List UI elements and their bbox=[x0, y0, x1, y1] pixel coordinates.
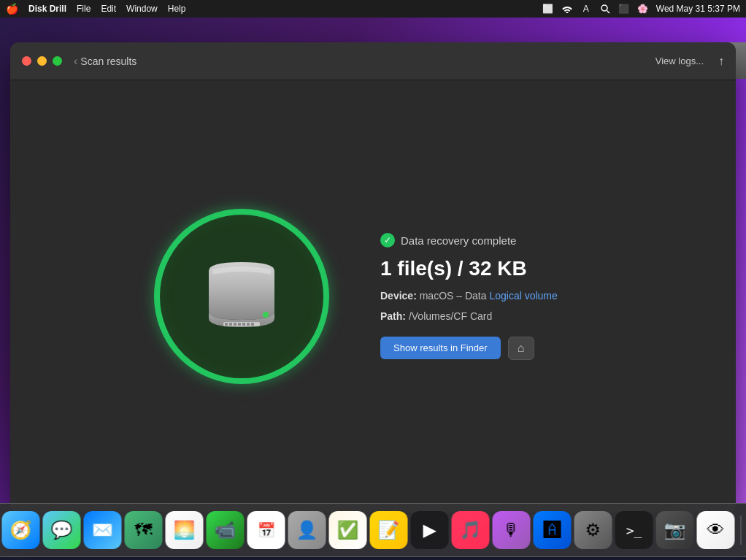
dock-item-podcasts[interactable]: 🎙 bbox=[493, 511, 531, 549]
info-panel: ✓ Data recovery complete 1 file(s) / 32 … bbox=[380, 233, 599, 360]
svg-line-1 bbox=[607, 11, 610, 14]
menubar-rectangle-icon: ⬜ bbox=[542, 3, 554, 15]
dock-item-photos[interactable]: 🌅 bbox=[166, 511, 204, 549]
back-navigation[interactable]: ‹ Scan results bbox=[74, 55, 136, 68]
menu-file[interactable]: File bbox=[77, 4, 91, 14]
svg-rect-2 bbox=[223, 322, 260, 326]
dock-item-appletv[interactable]: ▶ bbox=[411, 511, 449, 549]
notification-icon[interactable]: 🌸 bbox=[637, 3, 649, 15]
wifi-icon[interactable] bbox=[561, 3, 573, 15]
dock-item-appstore[interactable]: 🅰 bbox=[534, 511, 572, 549]
back-nav-label: Scan results bbox=[80, 55, 136, 67]
dock-item-facetime[interactable]: 📹 bbox=[207, 511, 245, 549]
disk-drive-icon bbox=[194, 256, 289, 337]
device-separator: – Data bbox=[456, 290, 486, 302]
traffic-lights bbox=[22, 56, 62, 66]
control-center-icon[interactable]: ⬛ bbox=[618, 3, 630, 15]
home-icon: ⌂ bbox=[518, 342, 525, 355]
dock-item-messages[interactable]: 💬 bbox=[43, 511, 81, 549]
dock-item-maps[interactable]: 🗺 bbox=[125, 511, 163, 549]
app-window: ‹ Scan results View logs... ↑ bbox=[10, 42, 736, 513]
dock-item-contacts[interactable]: 👤 bbox=[288, 511, 326, 549]
chevron-left-icon: ‹ bbox=[74, 55, 77, 68]
svg-rect-7 bbox=[242, 323, 245, 326]
dock-item-terminal[interactable]: >_ bbox=[615, 511, 653, 549]
disk-icon-container bbox=[147, 202, 337, 391]
dock-item-photobooth[interactable]: 📷 bbox=[656, 511, 694, 549]
search-icon[interactable] bbox=[599, 3, 611, 15]
dock: 🔵 🚀 🧭 💬 ✉️ 🗺 🌅 📹 📅 👤 ✅ 📝 ▶ 🎵 🎙 🅰 bbox=[0, 503, 746, 557]
disk-icon-wrapper bbox=[191, 245, 293, 348]
home-button[interactable]: ⌂ bbox=[508, 337, 534, 360]
status-check-icon: ✓ bbox=[380, 233, 395, 248]
dock-divider bbox=[741, 515, 742, 545]
status-row: ✓ Data recovery complete bbox=[380, 233, 599, 248]
svg-rect-9 bbox=[251, 323, 254, 326]
svg-rect-3 bbox=[225, 323, 228, 326]
path-info: Path: /Volumes/CF Card bbox=[380, 310, 599, 322]
menu-window[interactable]: Window bbox=[126, 4, 158, 14]
view-logs-button[interactable]: View logs... bbox=[650, 53, 710, 69]
svg-rect-6 bbox=[238, 323, 241, 326]
svg-rect-5 bbox=[234, 323, 237, 326]
show-results-in-finder-button[interactable]: Show results in Finder bbox=[380, 337, 501, 359]
maximize-button[interactable] bbox=[53, 56, 62, 66]
action-buttons: Show results in Finder ⌂ bbox=[380, 337, 599, 360]
dock-item-reminders[interactable]: ✅ bbox=[329, 511, 367, 549]
device-label: Device: bbox=[380, 290, 417, 302]
main-content: ✓ Data recovery complete 1 file(s) / 32 … bbox=[10, 80, 736, 513]
path-value: /Volumes/CF Card bbox=[409, 310, 492, 322]
svg-rect-8 bbox=[247, 323, 250, 326]
svg-point-10 bbox=[263, 312, 269, 318]
status-text: Data recovery complete bbox=[401, 234, 516, 247]
dock-item-system-preferences[interactable]: ⚙ bbox=[574, 511, 612, 549]
menu-edit[interactable]: Edit bbox=[101, 4, 116, 14]
device-type: Logical volume bbox=[489, 290, 557, 302]
keyboard-icon: A bbox=[580, 3, 592, 15]
dock-item-safari[interactable]: 🧭 bbox=[2, 511, 40, 549]
dock-item-calendar[interactable]: 📅 bbox=[247, 511, 285, 549]
menubar: 🍎 Disk Drill File Edit Window Help ⬜ A ⬛… bbox=[0, 0, 746, 18]
recovery-summary: 1 file(s) / 32 KB bbox=[380, 256, 599, 281]
apple-menu[interactable]: 🍎 bbox=[6, 3, 18, 15]
minimize-button[interactable] bbox=[37, 56, 47, 66]
dock-item-music[interactable]: 🎵 bbox=[452, 511, 490, 549]
svg-point-0 bbox=[601, 5, 607, 11]
device-info: Device: macOS – Data Logical volume bbox=[380, 290, 599, 302]
menu-help[interactable]: Help bbox=[168, 4, 186, 14]
title-bar: ‹ Scan results View logs... ↑ bbox=[10, 42, 736, 80]
device-name: macOS bbox=[420, 290, 454, 302]
dock-item-preview[interactable]: 👁 bbox=[697, 511, 735, 549]
app-name[interactable]: Disk Drill bbox=[28, 4, 66, 14]
dock-item-notes[interactable]: 📝 bbox=[370, 511, 408, 549]
title-bar-actions: View logs... ↑ bbox=[650, 53, 724, 69]
path-label: Path: bbox=[380, 310, 406, 322]
close-button[interactable] bbox=[22, 56, 31, 66]
svg-rect-4 bbox=[229, 323, 232, 326]
share-button[interactable]: ↑ bbox=[718, 55, 724, 68]
dock-item-mail[interactable]: ✉️ bbox=[84, 511, 122, 549]
datetime: Wed May 31 5:37 PM bbox=[656, 4, 740, 14]
